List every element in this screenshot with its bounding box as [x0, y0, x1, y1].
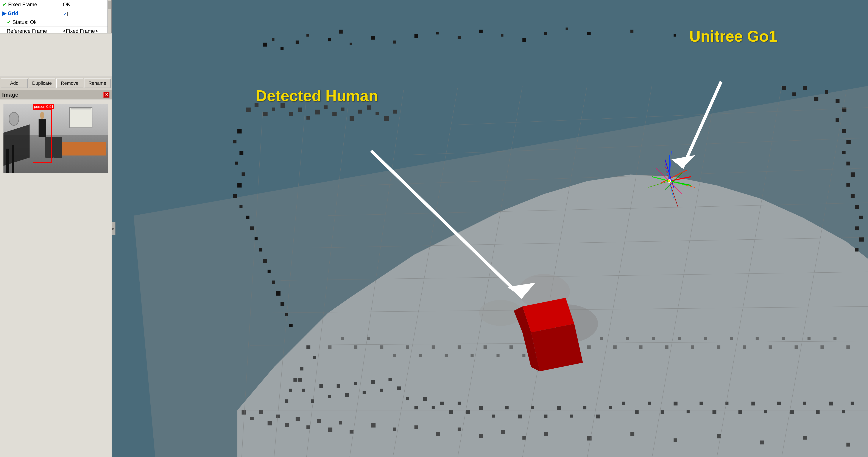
- svg-rect-113: [289, 389, 292, 392]
- svg-rect-144: [583, 406, 586, 409]
- svg-rect-199: [756, 337, 759, 340]
- add-button[interactable]: Add: [1, 79, 28, 88]
- action-buttons-row: Add Duplicate Remove Rename: [0, 77, 112, 90]
- svg-rect-106: [760, 440, 764, 445]
- svg-rect-121: [345, 393, 349, 397]
- remove-button[interactable]: Remove: [56, 79, 83, 88]
- svg-rect-117: [311, 399, 314, 403]
- svg-rect-63: [803, 86, 807, 90]
- svg-rect-132: [440, 402, 444, 405]
- svg-rect-164: [842, 410, 845, 413]
- svg-rect-58: [375, 112, 379, 115]
- svg-rect-163: [829, 402, 833, 405]
- svg-rect-50: [306, 116, 310, 120]
- svg-rect-186: [587, 345, 591, 349]
- svg-rect-9: [339, 30, 343, 34]
- svg-rect-35: [259, 248, 262, 252]
- svg-rect-37: [268, 269, 271, 273]
- svg-rect-167: [341, 337, 344, 340]
- svg-rect-20: [565, 28, 568, 30]
- svg-rect-17: [501, 34, 503, 37]
- svg-rect-86: [285, 423, 289, 427]
- svg-rect-118: [319, 384, 323, 388]
- expand-icon[interactable]: ▶: [2, 10, 6, 16]
- svg-rect-103: [630, 432, 634, 436]
- svg-rect-205: [834, 337, 837, 340]
- detected-human-label: Detected Human: [256, 87, 378, 105]
- svg-rect-162: [816, 410, 819, 413]
- svg-rect-110: [313, 356, 316, 359]
- svg-rect-19: [544, 32, 547, 35]
- svg-rect-139: [518, 415, 522, 419]
- svg-rect-48: [289, 112, 293, 116]
- svg-rect-24: [237, 129, 242, 134]
- svg-rect-40: [280, 302, 284, 306]
- svg-rect-115: [293, 378, 297, 382]
- camera-feed: person 0.91: [3, 104, 108, 173]
- svg-rect-175: [445, 354, 448, 357]
- svg-rect-91: [339, 421, 342, 424]
- svg-rect-129: [414, 406, 418, 409]
- svg-rect-92: [350, 430, 353, 433]
- svg-rect-178: [484, 345, 487, 349]
- svg-rect-136: [479, 406, 483, 410]
- svg-rect-74: [846, 183, 850, 187]
- unitree-go1-label: Unitree Go1: [689, 27, 777, 45]
- camera-scene: person 0.91: [3, 104, 108, 173]
- svg-rect-158: [764, 410, 767, 413]
- svg-rect-134: [458, 402, 461, 405]
- svg-rect-191: [652, 337, 655, 340]
- svg-rect-29: [237, 183, 242, 188]
- svg-rect-28: [242, 172, 245, 176]
- svg-rect-161: [803, 402, 806, 405]
- svg-rect-111: [300, 367, 303, 371]
- svg-rect-36: [263, 259, 267, 263]
- svg-rect-33: [250, 226, 254, 230]
- svg-rect-107: [803, 436, 807, 439]
- svg-rect-25: [233, 140, 236, 143]
- person-bounding-box: person 0.91: [33, 109, 52, 163]
- svg-rect-32: [246, 216, 249, 219]
- rename-button[interactable]: Rename: [84, 79, 111, 88]
- svg-rect-101: [544, 432, 548, 436]
- svg-rect-145: [596, 415, 600, 419]
- prop-key: Fixed Frame: [8, 1, 37, 7]
- svg-rect-70: [846, 140, 851, 144]
- svg-rect-54: [341, 108, 344, 111]
- svg-rect-80: [855, 248, 859, 252]
- scrollbar[interactable]: [107, 0, 112, 33]
- prop-status-ok: ✓ Status: Ok: [0, 18, 107, 27]
- scrollbar-thumb[interactable]: [108, 1, 112, 9]
- image-panel: person 0.91: [0, 99, 112, 457]
- svg-rect-14: [436, 32, 439, 34]
- duplicate-button[interactable]: Duplicate: [29, 79, 56, 88]
- svg-rect-39: [276, 291, 280, 296]
- svg-rect-57: [367, 106, 371, 110]
- properties-area: ✓ Fixed Frame OK ▶ Grid ✓ ✓: [0, 0, 112, 33]
- svg-rect-83: [259, 410, 263, 414]
- svg-rect-171: [393, 354, 396, 357]
- svg-rect-153: [700, 402, 703, 405]
- svg-rect-195: [704, 337, 707, 340]
- panel-collapse-handle[interactable]: [112, 222, 116, 235]
- svg-rect-82: [250, 417, 254, 420]
- svg-rect-189: [626, 337, 629, 340]
- svg-rect-104: [674, 438, 677, 442]
- image-close-button[interactable]: ✕: [103, 92, 110, 98]
- svg-rect-133: [449, 410, 453, 414]
- svg-rect-42: [289, 324, 292, 327]
- grid-checkbox[interactable]: ✓: [63, 12, 68, 17]
- svg-rect-18: [522, 38, 526, 42]
- svg-rect-127: [397, 387, 401, 390]
- svg-rect-68: [836, 118, 839, 122]
- grid-label: Grid: [8, 10, 18, 16]
- svg-rect-77: [859, 216, 863, 219]
- svg-rect-197: [730, 337, 733, 340]
- svg-rect-10: [350, 43, 352, 45]
- person-detection-label: person 0.91: [33, 104, 54, 109]
- svg-rect-180: [509, 345, 513, 349]
- svg-rect-11: [371, 36, 375, 40]
- svg-rect-62: [793, 92, 796, 96]
- svg-rect-200: [769, 345, 772, 349]
- svg-rect-148: [635, 410, 639, 414]
